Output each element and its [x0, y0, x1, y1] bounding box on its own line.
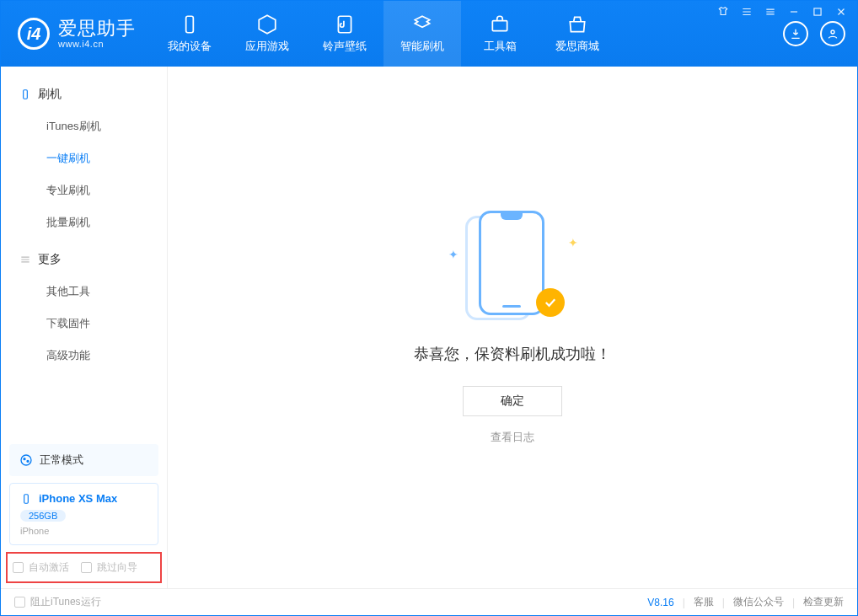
opt-skip-guide[interactable]: 跳过向导 — [81, 560, 137, 575]
svg-point-4 — [831, 30, 834, 34]
tab-apps-games[interactable]: 应用游戏 — [228, 1, 306, 67]
sidebar-item-other-tools[interactable]: 其他工具 — [1, 276, 167, 308]
sidebar-item-advanced[interactable]: 高级功能 — [1, 340, 167, 372]
sidebar-title-label: 更多 — [38, 252, 62, 267]
sparkle-icon: ✦ — [568, 236, 578, 249]
shirt-icon[interactable] — [716, 4, 731, 19]
tab-label: 智能刷机 — [400, 39, 444, 54]
user-icon[interactable] — [820, 21, 845, 46]
tab-store[interactable]: 爱思商城 — [539, 1, 616, 67]
header: i4 爱思助手 www.i4.cn 我的设备 应用游戏 铃声壁纸 智能刷机 — [1, 1, 857, 67]
opt-label: 阻止iTunes运行 — [30, 595, 101, 609]
tab-label: 我的设备 — [168, 39, 212, 54]
success-message: 恭喜您，保资料刷机成功啦！ — [414, 344, 611, 364]
minimize-button[interactable] — [786, 4, 802, 19]
opt-block-itunes[interactable]: 阻止iTunes运行 — [14, 595, 101, 609]
brand: i4 爱思助手 www.i4.cn — [1, 1, 151, 67]
window-controls — [716, 4, 849, 19]
sidebar-section-flash: 刷机 iTunes刷机 一键刷机 专业刷机 批量刷机 — [1, 78, 167, 238]
sidebar: 刷机 iTunes刷机 一键刷机 专业刷机 批量刷机 更多 其他工具 下载固件 … — [1, 67, 168, 588]
tab-toolbox[interactable]: 工具箱 — [461, 1, 539, 67]
svg-point-6 — [21, 455, 31, 465]
svg-rect-1 — [186, 16, 194, 33]
device-capacity: 256GB — [20, 510, 66, 522]
sidebar-title-label: 刷机 — [38, 87, 62, 102]
menu-icon[interactable] — [763, 4, 778, 19]
sidebar-item-pro-flash[interactable]: 专业刷机 — [1, 174, 167, 206]
app-window: i4 爱思助手 www.i4.cn 我的设备 应用游戏 铃声壁纸 智能刷机 — [0, 0, 858, 616]
tab-my-device[interactable]: 我的设备 — [151, 1, 228, 67]
close-button[interactable] — [834, 4, 849, 19]
footer-link-wechat[interactable]: 微信公众号 — [733, 595, 784, 609]
footer: 阻止iTunes运行 V8.16 | 客服 | 微信公众号 | 检查更新 — [1, 588, 857, 615]
list-icon — [19, 254, 31, 265]
sparkle-icon: ✦ — [448, 248, 458, 261]
device-card[interactable]: iPhone XS Max 256GB iPhone — [9, 483, 158, 545]
checkbox-icon — [81, 562, 92, 573]
sidebar-title-flash: 刷机 — [1, 78, 167, 110]
success-illustration: ✦ ✦ — [445, 211, 580, 329]
footer-link-update[interactable]: 检查更新 — [803, 595, 844, 609]
svg-rect-9 — [24, 494, 29, 503]
footer-link-support[interactable]: 客服 — [694, 595, 714, 609]
check-badge-icon — [536, 288, 565, 317]
sidebar-item-batch-flash[interactable]: 批量刷机 — [1, 206, 167, 238]
opt-auto-activate[interactable]: 自动激活 — [13, 560, 69, 575]
checkbox-icon — [13, 562, 24, 573]
tab-flash[interactable]: 智能刷机 — [383, 1, 461, 67]
footer-right: V8.16 | 客服 | 微信公众号 | 检查更新 — [647, 595, 844, 609]
svg-point-8 — [27, 460, 29, 462]
mode-icon — [19, 453, 33, 467]
sidebar-item-oneclick-flash[interactable]: 一键刷机 — [1, 142, 167, 174]
version-label: V8.16 — [647, 597, 673, 608]
tab-label: 应用游戏 — [245, 39, 289, 54]
view-log-link[interactable]: 查看日志 — [491, 430, 534, 445]
logo-icon: i4 — [18, 18, 50, 50]
svg-rect-0 — [814, 8, 821, 15]
tab-label: 爱思商城 — [555, 39, 599, 54]
opt-label: 自动激活 — [29, 560, 69, 575]
device-name: iPhone XS Max — [39, 492, 117, 505]
device-icon — [19, 88, 31, 100]
brand-name: 爱思助手 — [58, 19, 136, 39]
list-icon[interactable] — [739, 4, 754, 19]
checkbox-icon — [14, 597, 25, 608]
svg-rect-5 — [24, 90, 28, 99]
tab-ringtones[interactable]: 铃声壁纸 — [306, 1, 383, 67]
tab-label: 工具箱 — [484, 39, 517, 54]
sidebar-section-more: 更多 其他工具 下载固件 高级功能 — [1, 244, 167, 372]
brand-url: www.i4.cn — [58, 39, 136, 49]
main-panel: ✦ ✦ 恭喜您，保资料刷机成功啦！ 确定 查看日志 — [168, 67, 857, 588]
mode-card[interactable]: 正常模式 — [9, 444, 158, 476]
body: 刷机 iTunes刷机 一键刷机 专业刷机 批量刷机 更多 其他工具 下载固件 … — [1, 67, 857, 588]
device-type: iPhone — [20, 526, 147, 536]
ok-button[interactable]: 确定 — [463, 386, 562, 416]
opt-label: 跳过向导 — [97, 560, 137, 575]
header-tabs: 我的设备 应用游戏 铃声壁纸 智能刷机 工具箱 爱思商城 — [151, 1, 616, 67]
sidebar-item-download-fw[interactable]: 下载固件 — [1, 308, 167, 340]
svg-rect-3 — [492, 21, 507, 31]
sidebar-title-more: 更多 — [1, 244, 167, 276]
phone-icon — [20, 493, 32, 505]
mode-label: 正常模式 — [40, 453, 83, 468]
flash-options-row: 自动激活 跳过向导 — [6, 552, 162, 583]
svg-point-7 — [24, 458, 25, 460]
download-icon[interactable] — [783, 21, 808, 46]
tab-label: 铃声壁纸 — [323, 39, 367, 54]
maximize-button[interactable] — [810, 4, 825, 19]
sidebar-item-itunes-flash[interactable]: iTunes刷机 — [1, 110, 167, 142]
